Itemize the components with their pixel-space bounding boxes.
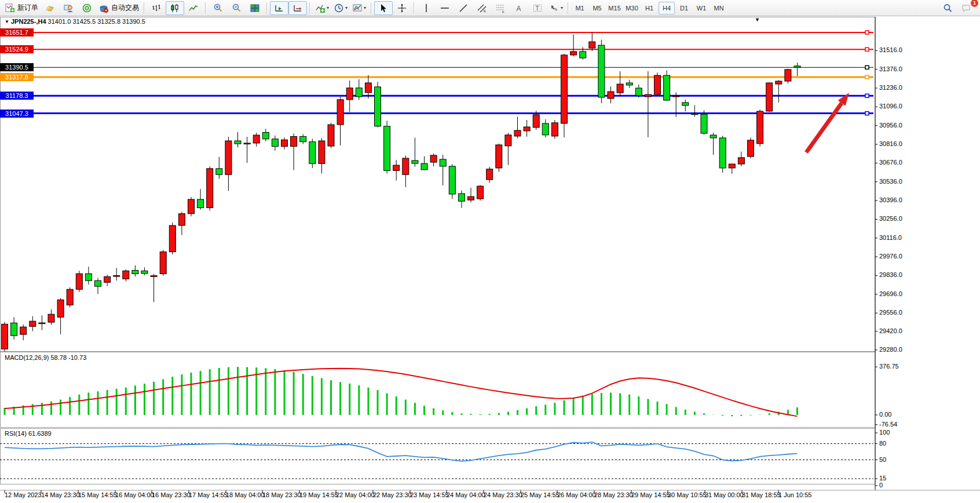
- candle-body: [430, 155, 437, 162]
- candle-body: [748, 140, 754, 156]
- candle-body: [496, 145, 502, 168]
- candle-body: [160, 252, 166, 274]
- candle-body: [403, 158, 409, 174]
- candle-body: [673, 96, 679, 97]
- hline-anchor: [865, 31, 869, 34]
- candle-body: [384, 126, 390, 170]
- candle-body: [95, 280, 101, 286]
- candle-body: [487, 169, 493, 180]
- candle-body: [785, 70, 791, 81]
- candle-body: [776, 81, 782, 84]
- candle-body: [561, 55, 568, 123]
- candle-body: [235, 141, 241, 144]
- candle-body: [505, 135, 511, 146]
- hline-anchor: [865, 75, 869, 79]
- hline-anchor: [865, 48, 869, 51]
- candle-body: [216, 169, 222, 174]
- candle-body: [356, 88, 362, 97]
- candle-body: [393, 165, 400, 170]
- candle-body: [794, 66, 800, 67]
- candle-body: [20, 327, 27, 334]
- candle-body: [458, 194, 465, 201]
- candle-body: [253, 135, 259, 143]
- candle-body: [542, 123, 548, 135]
- candle-body: [39, 323, 45, 324]
- macd-pane: [1, 352, 876, 428]
- candle-body: [729, 164, 735, 168]
- candle-body: [319, 141, 325, 163]
- candle-body: [654, 75, 661, 94]
- candle-body: [533, 115, 539, 127]
- candle-body: [738, 158, 744, 164]
- candle-body: [48, 314, 54, 322]
- hline-anchor: [865, 65, 869, 69]
- candle-body: [141, 271, 148, 274]
- candle-body: [626, 83, 632, 85]
- candle-body: [188, 199, 195, 214]
- candle-body: [114, 275, 120, 276]
- candle-body: [468, 196, 474, 200]
- candle-body: [76, 274, 82, 289]
- candle-body: [132, 270, 138, 274]
- candle-body: [692, 114, 698, 115]
- candle-body: [524, 127, 530, 131]
- candle-body: [198, 199, 204, 208]
- candle-body: [291, 136, 297, 146]
- candle-body: [272, 139, 278, 147]
- candle-body: [67, 289, 73, 305]
- candle-body: [337, 100, 343, 125]
- terminal-window: 新订单 自动交易: [0, 0, 980, 503]
- candle-body: [169, 225, 175, 252]
- candle-body: [477, 186, 484, 199]
- candle-body: [719, 138, 726, 168]
- candle-body: [300, 136, 306, 141]
- candle-body: [682, 103, 689, 105]
- hline-anchor: [865, 112, 869, 115]
- candle-body: [30, 321, 36, 326]
- candle-body: [328, 125, 334, 146]
- candle-body: [571, 52, 577, 55]
- candle-body: [589, 42, 595, 48]
- chart-canvas[interactable]: [0, 0, 980, 503]
- chart-window: ▼ JPN225-,H4 31401.0 31425.5 31325.8 313…: [0, 16, 980, 503]
- candle-body: [57, 300, 64, 317]
- candle-body: [207, 169, 213, 208]
- candle-body: [664, 75, 670, 100]
- candle-body: [608, 92, 614, 99]
- candle-body: [85, 274, 92, 280]
- candle-body: [225, 141, 232, 174]
- candle-body: [123, 271, 129, 279]
- candle-body: [281, 140, 288, 147]
- candle-body: [701, 114, 707, 133]
- candle-body: [365, 83, 371, 93]
- candle-body: [440, 159, 446, 166]
- candle-body: [766, 83, 773, 111]
- candle-body: [551, 123, 558, 136]
- candle-body: [104, 276, 111, 282]
- candle-body: [598, 45, 605, 97]
- candle-body: [645, 94, 651, 97]
- candle-body: [2, 324, 8, 349]
- candle-body: [635, 88, 642, 96]
- candle-body: [421, 163, 427, 170]
- candle-body: [375, 87, 381, 126]
- candle-body: [580, 52, 586, 58]
- candle-body: [757, 111, 763, 144]
- candle-body: [262, 132, 269, 138]
- hline-anchor: [865, 94, 869, 97]
- candle-body: [178, 214, 185, 225]
- candle-body: [710, 135, 716, 138]
- candle-body: [244, 143, 250, 144]
- candle-body: [449, 166, 455, 194]
- rsi-pane: [1, 429, 876, 484]
- candle-body: [346, 88, 353, 100]
- candle-body: [151, 276, 157, 277]
- candle-body: [309, 142, 316, 164]
- candle-body: [11, 323, 17, 336]
- candle-body: [514, 130, 521, 136]
- candle-body: [412, 161, 418, 163]
- candle-body: [617, 84, 623, 93]
